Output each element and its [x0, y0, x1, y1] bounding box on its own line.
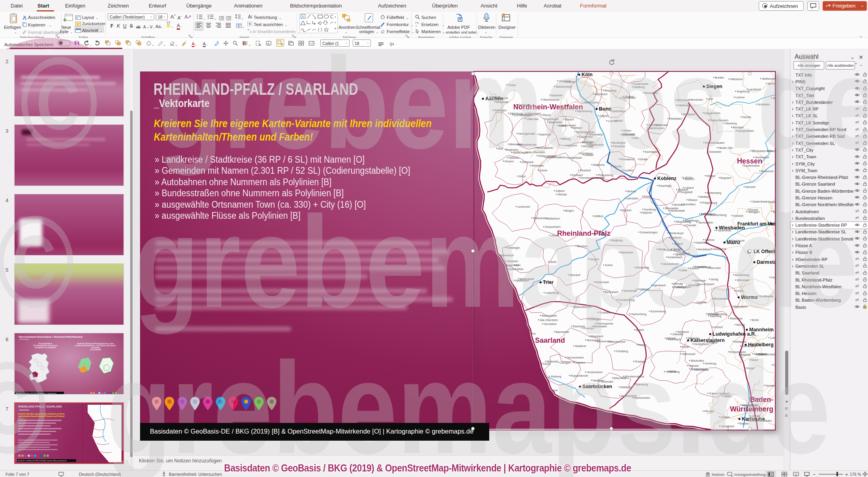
svg-text:Ettlingen: Ettlingen — [501, 297, 513, 300]
svg-text:Elbtal: Elbtal — [682, 345, 689, 349]
svg-text:Ulmen: Ulmen — [623, 129, 631, 132]
svg-text:Raunheim: Raunheim — [658, 184, 672, 188]
svg-text:Bonn: Bonn — [599, 106, 612, 112]
svg-text:Bischofsheim: Bischofsheim — [537, 146, 554, 150]
svg-text:Prüm: Prüm — [644, 195, 651, 198]
svg-text:Rüsselsheim: Rüsselsheim — [730, 350, 746, 354]
svg-text:Nordrhein-Westfalen: Nordrhein-Westfalen — [513, 103, 583, 111]
svg-text:Alsdorf: Alsdorf — [565, 118, 574, 121]
svg-text:Hanau: Hanau — [698, 300, 707, 304]
svg-text:Siegen: Siegen — [706, 84, 722, 89]
svg-text:Vallendar: Vallendar — [527, 117, 539, 121]
svg-text:Wesseling: Wesseling — [636, 266, 649, 269]
svg-text:Wadern: Wadern — [685, 177, 694, 181]
svg-text:Völklingen: Völklingen — [507, 246, 520, 250]
svg-text:Speicher: Speicher — [767, 82, 776, 85]
svg-text:Lohra: Lohra — [770, 336, 776, 340]
svg-text:Monschau: Monschau — [645, 91, 658, 95]
svg-text:LK Offenbach: LK Offenbach — [754, 249, 776, 254]
svg-text:Wittlich: Wittlich — [547, 154, 556, 158]
svg-text:Trebur: Trebur — [513, 392, 522, 395]
svg-text:Philippsburg: Philippsburg — [702, 201, 717, 205]
svg-text:Dierdorf: Dierdorf — [745, 185, 756, 189]
svg-text:Morbach: Morbach — [673, 203, 685, 207]
svg-text:Heusenstamm: Heusenstamm — [765, 384, 776, 387]
svg-text:Bingen: Bingen — [565, 209, 574, 212]
svg-text:Brühl: Brühl — [752, 318, 759, 322]
svg-text:Schleiden: Schleiden — [758, 103, 770, 106]
svg-text:Sinn: Sinn — [529, 378, 535, 381]
svg-text:Bensheim: Bensheim — [690, 98, 703, 101]
svg-text:Koblenz: Koblenz — [657, 176, 677, 181]
svg-text:Darmstadt: Darmstadt — [757, 259, 776, 265]
svg-text:Eschenburg: Eschenburg — [651, 310, 666, 313]
svg-text:Nassau: Nassau — [572, 126, 582, 130]
svg-text:Mosbach: Mosbach — [768, 200, 776, 204]
svg-text:Karben: Karben — [690, 267, 699, 270]
svg-text:Pfinztal: Pfinztal — [584, 141, 593, 145]
svg-text:Flörsheim: Flörsheim — [613, 145, 625, 148]
svg-text:Rheinland-Pfalz: Rheinland-Pfalz — [557, 229, 610, 237]
svg-text:Rhens: Rhens — [542, 113, 551, 117]
svg-text:Glashütten: Glashütten — [612, 109, 625, 113]
svg-text:Waldems: Waldems — [593, 163, 605, 167]
svg-text:Waldbröl: Waldbröl — [575, 344, 586, 348]
svg-text:Wiehl: Wiehl — [658, 248, 665, 251]
svg-text:Bitburg: Bitburg — [561, 137, 571, 141]
svg-text:Hockenheim: Hockenheim — [587, 370, 602, 374]
svg-text:Walluf: Walluf — [558, 124, 566, 128]
svg-text:Eppelheim: Eppelheim — [734, 305, 748, 308]
svg-text:Bretten: Bretten — [715, 76, 724, 79]
svg-text:Germersheim: Germersheim — [567, 356, 584, 359]
svg-text:Driedorf: Driedorf — [510, 346, 520, 350]
svg-text:Mainz: Mainz — [727, 240, 741, 245]
svg-text:Baesweiler: Baesweiler — [556, 330, 570, 334]
svg-text:Altenkirchen: Altenkirchen — [610, 340, 626, 344]
svg-text:Hürth: Hürth — [550, 260, 557, 264]
svg-text:Obermoschel: Obermoschel — [542, 98, 559, 101]
svg-text:Kronberg: Kronberg — [507, 376, 519, 380]
svg-text:Ruppichteroth: Ruppichteroth — [519, 143, 537, 146]
svg-text:Dautphetal: Dautphetal — [713, 247, 726, 251]
svg-text:Dreieich: Dreieich — [733, 214, 743, 218]
svg-text:Weilburg: Weilburg — [634, 85, 645, 89]
svg-text:Liblar: Liblar — [680, 269, 687, 272]
svg-text:Schmitten: Schmitten — [683, 203, 696, 206]
svg-text:Troisdorf: Troisdorf — [580, 169, 591, 172]
svg-text:Wittlich: Wittlich — [594, 214, 603, 218]
svg-text:Wissen: Wissen — [688, 198, 698, 202]
svg-text:Much: Much — [751, 358, 758, 362]
svg-text:Hohenahr: Hohenahr — [601, 380, 614, 383]
svg-text:Kerpen: Kerpen — [590, 257, 599, 261]
svg-text:Hachenburg: Hachenburg — [631, 312, 646, 316]
svg-text:Idar-Oberstein: Idar-Oberstein — [540, 318, 558, 322]
svg-text:Schwetzingen: Schwetzingen — [640, 231, 658, 234]
svg-text:Asbach: Asbach — [666, 336, 676, 340]
svg-text:Sandhausen: Sandhausen — [522, 371, 538, 375]
svg-text:Kaub: Kaub — [616, 119, 623, 122]
svg-text:Lebach: Lebach — [685, 186, 694, 190]
svg-text:Kerpen: Kerpen — [505, 160, 514, 163]
svg-text:Kall: Kall — [633, 136, 638, 140]
svg-text:Greifenstein: Greifenstein — [513, 151, 528, 154]
svg-text:Ladenburg: Ladenburg — [545, 291, 559, 295]
svg-text:Eberbach: Eberbach — [573, 325, 585, 328]
svg-text:Sinzig: Sinzig — [711, 278, 718, 281]
svg-text:Neuwied: Neuwied — [624, 132, 635, 136]
svg-text:Gladenbach: Gladenbach — [752, 200, 767, 203]
svg-text:Monschau: Monschau — [587, 338, 600, 342]
svg-text:Cochem: Cochem — [574, 361, 585, 364]
svg-text:Freudenberg: Freudenberg — [618, 298, 634, 302]
svg-text:Kaiserslautern: Kaiserslautern — [690, 338, 725, 343]
svg-text:Meisenheim: Meisenheim — [542, 314, 557, 317]
svg-text:Leimen: Leimen — [735, 96, 745, 99]
svg-text:Stutensee: Stutensee — [730, 317, 743, 320]
svg-text:Dillenburg: Dillenburg — [635, 383, 648, 386]
svg-text:Kirchheimbolanden: Kirchheimbolanden — [580, 176, 605, 180]
svg-text:Beckingen: Beckingen — [612, 141, 626, 145]
svg-text:Köln: Köln — [582, 72, 593, 77]
svg-text:Braubach: Braubach — [591, 334, 603, 338]
svg-text:Homburg: Homburg — [705, 362, 716, 365]
svg-text:Münstermaifeld: Münstermaifeld — [625, 375, 644, 378]
svg-text:Idar-Oberstein: Idar-Oberstein — [527, 150, 545, 154]
